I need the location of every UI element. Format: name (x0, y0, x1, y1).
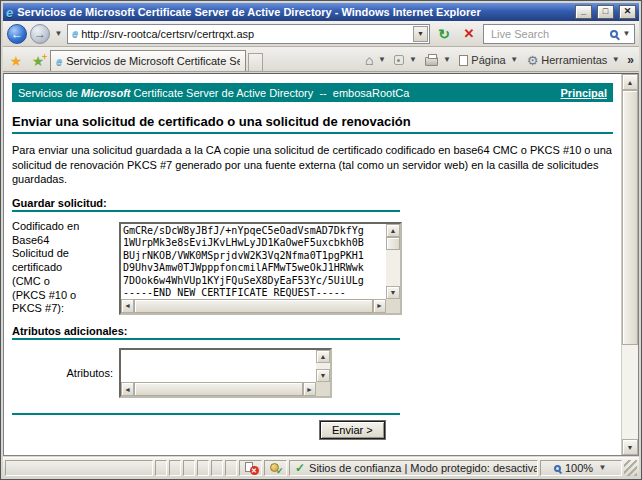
browser-viewport: Servicios de Microsoft Certificate Serve… (3, 73, 639, 456)
saved-request-section-title: Guardar solicitud: (12, 197, 613, 209)
search-box: ▼ (483, 24, 635, 44)
intro-paragraph: Para enviar una solicitud guardada a la … (12, 143, 612, 187)
stop-button[interactable]: ✕ (458, 24, 480, 44)
forward-button[interactable]: → (30, 24, 50, 44)
ie-logo-icon: e (6, 6, 13, 19)
zoom-icon (554, 465, 561, 472)
minimize-button[interactable]: _ (575, 5, 592, 19)
attributes-row: Atributos: ▲ ▼ ◄ ► (12, 348, 613, 398)
search-input[interactable] (489, 27, 607, 41)
scroll-up-icon[interactable]: ▲ (316, 350, 330, 363)
navigation-bar: ← → ▼ e ▼ ↻ ✕ ▼ (3, 21, 639, 47)
star-icon: ★ (10, 54, 23, 68)
address-favicon-icon: e (72, 27, 78, 40)
submit-button[interactable]: Enviar > (320, 421, 385, 439)
command-toolbar: ⌂ ▼ ▼ ▼ Página ▼ ⚙ Herramientas ▼ » (362, 49, 636, 71)
attributes-field-label: Atributos: (12, 367, 119, 379)
zoom-dropdown-icon: ▼ (597, 462, 608, 474)
chevron-down-icon: ▼ (610, 50, 621, 70)
request-field-label: Codificado en Base64 Solicitud de certif… (12, 220, 119, 316)
scroll-down-icon[interactable]: ▼ (316, 369, 330, 382)
add-favorite-button[interactable]: ★ (28, 50, 48, 71)
page-vertical-scrollbar[interactable]: ▲ ▼ (621, 74, 638, 455)
favorites-button[interactable]: ★ (6, 50, 26, 71)
tab-label: Servicios de Microsoft Certificate Serve… (66, 55, 240, 67)
scrollbar-thumb[interactable] (622, 90, 638, 345)
textarea-vertical-scrollbar[interactable]: ▲ ▼ (316, 350, 330, 382)
new-tab-button[interactable] (248, 53, 263, 71)
certificate-request-text: GmCRe/sDcW8yJBfJ/+nYpqeC5eOadVsmAD7DkfYg… (123, 225, 385, 298)
page-icon (459, 55, 468, 66)
address-input[interactable] (81, 28, 410, 40)
tabs-bar: ★ ★ e Servicios de Microsoft Certificate… (3, 47, 639, 72)
tab-certsrv[interactable]: e Servicios de Microsoft Certificate Ser… (50, 50, 246, 71)
scrollbar-thumb[interactable] (134, 382, 303, 396)
chevron-down-icon: ▼ (509, 50, 520, 70)
stop-icon: ✕ (464, 26, 475, 41)
tab-favicon-icon: e (56, 55, 62, 68)
home-icon: ⌂ (365, 53, 373, 67)
forward-icon: → (34, 27, 46, 41)
search-dropdown-button[interactable]: ▼ (621, 26, 632, 42)
print-button[interactable]: ▼ (422, 50, 455, 70)
scrollbar-thumb[interactable] (134, 299, 373, 313)
history-dropdown-button[interactable]: ▼ (53, 24, 64, 44)
certsrv-banner: Servicios de Microsoft Certificate Serve… (12, 83, 613, 102)
tools-menu-button[interactable]: ⚙ Herramientas ▼ (524, 50, 625, 70)
gear-icon: ⚙ (527, 54, 539, 67)
status-bar: ✕ ✓ ✓ Sitios de confianza | Modo protegi… (3, 457, 639, 477)
chevron-down-icon: ▼ (407, 50, 418, 70)
textarea-horizontal-scrollbar[interactable]: ◄ ► (121, 382, 316, 396)
principal-link[interactable]: Principal (561, 87, 607, 99)
section-rule (12, 338, 400, 340)
feed-icon (394, 55, 404, 65)
scroll-right-icon[interactable]: ► (373, 299, 386, 313)
resize-grip[interactable] (624, 460, 637, 476)
scroll-down-icon[interactable]: ▼ (622, 439, 638, 455)
smartscreen-pane[interactable]: ✓ (264, 460, 287, 476)
scroll-up-icon[interactable]: ▲ (386, 224, 400, 237)
popup-blocker-pane[interactable]: ✕ (239, 460, 262, 476)
search-icon[interactable] (610, 30, 618, 38)
page-menu-label: Página (471, 54, 505, 66)
security-zone-text: Sitios de confianza | Modo protegido: de… (309, 462, 538, 474)
smartscreen-filter-icon: ✓ (270, 462, 282, 474)
home-button[interactable]: ⌂ ▼ (362, 50, 390, 70)
scroll-down-icon[interactable]: ▼ (386, 286, 400, 299)
add-star-icon: ★ (32, 54, 45, 68)
zoom-control[interactable]: 100% ▼ (540, 460, 622, 476)
toolbar-overflow-button[interactable]: » (625, 53, 636, 67)
printer-icon (425, 57, 438, 66)
scrollbar-thumb[interactable] (386, 237, 400, 250)
saved-request-row: Codificado en Base64 Solicitud de certif… (12, 220, 613, 316)
back-button[interactable]: ← (7, 24, 27, 44)
page-menu-button[interactable]: Página ▼ (456, 50, 522, 70)
security-zone-pane[interactable]: ✓ Sitios de confianza | Modo protegido: … (289, 460, 538, 476)
section-rule (12, 210, 400, 212)
textarea-vertical-scrollbar[interactable]: ▲ ▼ (386, 224, 400, 299)
heading-rule (12, 132, 613, 134)
back-icon: ← (11, 27, 23, 41)
scroll-left-icon[interactable]: ◄ (121, 382, 134, 396)
maximize-button[interactable]: □ (597, 5, 614, 19)
trusted-check-icon: ✓ (295, 461, 305, 475)
attributes-textarea[interactable]: ▲ ▼ ◄ ► (119, 348, 332, 398)
scroll-left-icon[interactable]: ◄ (121, 299, 134, 313)
address-bar: e ▼ (67, 24, 430, 44)
browser-window: e Servicios de Microsoft Certificate Ser… (0, 0, 642, 480)
feeds-button[interactable]: ▼ (391, 50, 421, 70)
textarea-horizontal-scrollbar[interactable]: ◄ ► (121, 299, 386, 313)
refresh-button[interactable]: ↻ (433, 24, 455, 44)
popup-blocker-icon: ✕ (245, 462, 257, 474)
address-dropdown-button[interactable]: ▼ (413, 26, 428, 42)
close-button[interactable]: ✕ (619, 5, 636, 19)
title-bar: e Servicios de Microsoft Certificate Ser… (3, 3, 639, 21)
scroll-right-icon[interactable]: ► (303, 382, 316, 396)
submit-row: Enviar > (12, 421, 400, 439)
attributes-section-title: Atributos adicionales: (12, 325, 613, 337)
certificate-request-textarea[interactable]: GmCRe/sDcW8yJBfJ/+nYpqeC5eOadVsmAD7DkfYg… (119, 222, 402, 315)
page-title: Enviar una solicitud de certificado o un… (12, 114, 613, 129)
chevron-down-icon: ▼ (376, 50, 387, 70)
scroll-up-icon[interactable]: ▲ (622, 74, 638, 90)
tools-menu-label: Herramientas (541, 54, 607, 66)
